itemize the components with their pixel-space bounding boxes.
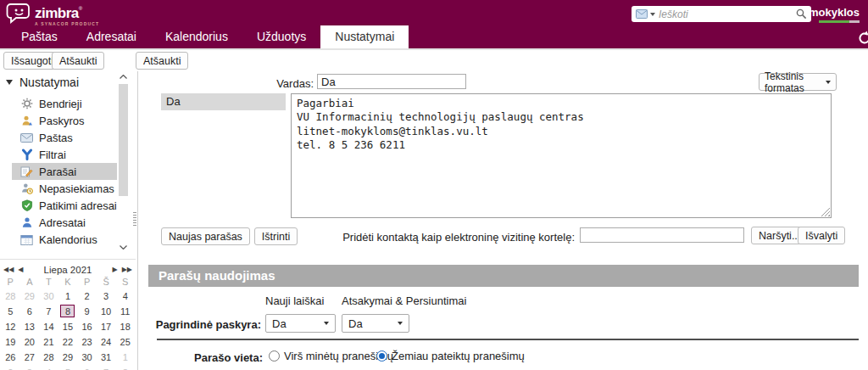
calendar-day[interactable]: 10 (97, 304, 116, 319)
next-year-icon[interactable]: ▶▶ (122, 266, 132, 273)
cancel-button-secondary[interactable]: Atšaukti (136, 52, 188, 70)
calendar-day[interactable]: 24 (97, 334, 116, 350)
calendar-day[interactable]: 22 (58, 334, 78, 350)
replies-forwards-select[interactable]: Da (342, 314, 409, 333)
calendar-day[interactable]: 4 (39, 365, 58, 370)
sidebar-item-adresatai[interactable]: Adresatai (12, 214, 117, 231)
vcard-input[interactable] (580, 227, 744, 243)
calendar-day[interactable]: 8 (58, 304, 78, 319)
out-of-office-icon (20, 182, 33, 194)
calendar-day[interactable]: 30 (39, 289, 58, 304)
settings-tree: BendriejiPaskyrosPaštasFiltraiParašaiNep… (0, 95, 117, 248)
calendar-day[interactable]: 2 (1, 365, 20, 370)
prev-year-icon[interactable]: ◀◀ (3, 266, 14, 273)
scroll-down-icon[interactable] (118, 242, 129, 253)
sidebar-item-label: Paskyros (39, 115, 84, 127)
calendar-day[interactable]: 11 (115, 304, 135, 319)
chevron-down-icon (324, 322, 329, 325)
calendar-day[interactable]: 8 (115, 365, 135, 370)
sidebar-item-filtrai[interactable]: Filtrai (12, 146, 117, 163)
search-input[interactable] (659, 8, 793, 20)
tab-uzduotys[interactable]: Užduotys (242, 25, 320, 48)
refresh-icon[interactable] (856, 30, 868, 47)
radio-checked-icon[interactable] (376, 350, 387, 362)
calendar-day[interactable]: 28 (1, 289, 20, 304)
calendar-day[interactable]: 7 (39, 304, 58, 319)
calendar-day[interactable]: 18 (115, 319, 135, 334)
sidebar-item-nepasiekiamas[interactable]: Nepasiekiamas (12, 180, 117, 197)
tab-adresatai[interactable]: Adresatai (72, 25, 151, 48)
calendar-day[interactable]: 25 (115, 334, 135, 350)
calendar-weekday-header: P (77, 276, 97, 289)
calendar-day[interactable]: 15 (58, 319, 78, 334)
calendar-day[interactable]: 2 (77, 289, 97, 304)
sidebar-item-kalendorius[interactable]: Kalendorius (12, 231, 117, 248)
new-signature-button[interactable]: Naujas parašas (161, 227, 250, 245)
calendar-day[interactable]: 3 (20, 365, 40, 370)
tab-kalendorius[interactable]: Kalendorius (151, 25, 242, 48)
calendar-selected-day[interactable]: 8 (60, 305, 75, 317)
calendar-day[interactable]: 19 (1, 334, 20, 350)
brand-name: zimbra (35, 5, 79, 21)
calendar-nav: ◀◀ ◀ Liepa 2021 ▶ ▶▶ (0, 263, 136, 276)
calendar-month-title[interactable]: Liepa 2021 (23, 265, 112, 275)
sidebar-item-label: Kalendorius (39, 233, 97, 246)
calendar-day[interactable]: 6 (20, 304, 40, 319)
calendar-day[interactable]: 1 (115, 350, 135, 365)
app-tab-bar: PaštasAdresataiKalendoriusUžduotysNustat… (0, 25, 868, 48)
calendar-day[interactable]: 16 (77, 319, 97, 334)
calendar-day[interactable]: 7 (97, 365, 116, 370)
scrollbar-thumb[interactable] (119, 84, 128, 196)
calendar-day[interactable]: 3 (97, 289, 116, 304)
signature-body-textarea[interactable]: Pagarbiai VU Informacinių technologijų p… (291, 93, 832, 218)
calendar-day[interactable]: 29 (58, 350, 78, 365)
calendar-day[interactable]: 28 (39, 350, 58, 365)
placement-above-option[interactable]: Virš minėtų pranešimų (269, 350, 393, 362)
new-messages-select[interactable]: Da (265, 314, 336, 333)
sidebar-item-paskyros[interactable]: Paskyros (12, 112, 117, 129)
tab-nustatymai[interactable]: Nustatymai (320, 25, 409, 48)
signatures-panel: Vardas: Tekstinis formatas Da Pagarbiai … (138, 71, 868, 370)
calendar-day[interactable]: 20 (20, 334, 40, 350)
placement-below-option[interactable]: Žemiau pateiktų pranešimų (376, 350, 525, 362)
next-month-icon[interactable]: ▶ (113, 266, 118, 273)
calendar-day[interactable]: 17 (97, 319, 116, 334)
calendar-day[interactable]: 12 (1, 319, 20, 334)
calendar-grid: PATKPŠS282930123456789101112131415161718… (1, 276, 135, 370)
calendar-day[interactable]: 23 (77, 334, 97, 350)
calendar-day[interactable]: 30 (77, 350, 97, 365)
search-scope-menu[interactable] (632, 6, 659, 22)
signature-name-input[interactable] (317, 74, 466, 89)
calendar-day[interactable]: 5 (58, 365, 78, 370)
calendar-day[interactable]: 27 (20, 350, 40, 365)
sash-grip-icon[interactable] (133, 212, 136, 226)
sidebar-item-patikimi-adresai[interactable]: Patikimi adresai (12, 197, 117, 214)
signature-list-item[interactable]: Da (161, 93, 286, 110)
calendar-day[interactable]: 31 (97, 350, 116, 365)
calendar-day[interactable]: 4 (115, 289, 135, 304)
format-dropdown-label: Tekstinis formatas (765, 70, 826, 94)
scroll-up-icon[interactable] (118, 71, 129, 82)
calendar-day[interactable]: 29 (20, 289, 40, 304)
cancel-button[interactable]: Atšaukti (52, 52, 104, 70)
sidebar-item-pastas[interactable]: Paštas (12, 129, 117, 146)
sidebar-item-parasai[interactable]: Parašai (12, 163, 117, 180)
delete-signature-button[interactable]: Ištrinti (254, 227, 298, 245)
tab-pastas[interactable]: Paštas (7, 25, 72, 48)
calendar-day[interactable]: 26 (1, 350, 20, 365)
calendar-day[interactable]: 13 (20, 319, 40, 334)
calendar-day[interactable]: 14 (39, 319, 58, 334)
settings-sidebar: Nustatymai BendriejiPaskyrosPaštasFiltra… (0, 71, 137, 370)
sidebar-root-nustatymai[interactable]: Nustatymai (6, 76, 79, 89)
sidebar-scrollbar[interactable] (118, 71, 129, 253)
clear-button[interactable]: Išvalyti (798, 227, 845, 244)
calendar-day[interactable]: 5 (1, 304, 20, 319)
format-dropdown[interactable]: Tekstinis formatas (759, 73, 837, 91)
calendar-day[interactable]: 1 (58, 289, 78, 304)
calendar-day[interactable]: 21 (39, 334, 58, 350)
placement-below-label: Žemiau pateiktų pranešimų (392, 350, 525, 362)
sidebar-item-bendrieji[interactable]: Bendrieji (12, 95, 117, 112)
calendar-day[interactable]: 6 (77, 365, 97, 370)
calendar-day[interactable]: 9 (77, 304, 97, 319)
radio-unchecked-icon[interactable] (269, 350, 280, 362)
